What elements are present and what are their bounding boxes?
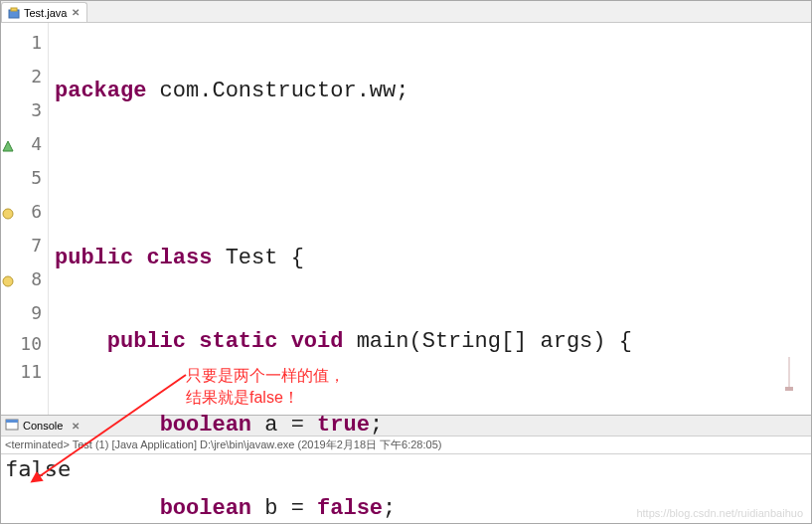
watermark: https://blog.csdn.net/ruidianbaihuo	[636, 507, 803, 519]
code-editor[interactable]: 1 2 3 4 5 6 7 8 9 10 11 package com.Cons…	[1, 23, 811, 415]
warning-marker-icon	[1, 271, 15, 285]
tab-label: Test.java	[24, 7, 67, 19]
svg-point-4	[3, 276, 13, 286]
svg-rect-1	[11, 8, 17, 11]
line-number: 5	[1, 160, 48, 194]
code-line: public class Test {	[55, 242, 811, 275]
line-number: 11	[1, 357, 48, 385]
java-file-icon	[8, 7, 20, 19]
code-line: boolean a = true;	[55, 409, 811, 442]
fold-region-decorator-icon	[785, 357, 793, 391]
line-number: 3	[1, 92, 48, 126]
line-number: 9	[1, 295, 48, 329]
override-marker-icon	[1, 136, 15, 150]
line-number: 8	[1, 262, 48, 295]
line-number-gutter: 1 2 3 4 5 6 7 8 9 10 11	[1, 23, 49, 415]
console-icon	[5, 418, 19, 434]
line-number: 6	[1, 194, 48, 228]
tab-test-java[interactable]: Test.java ✕	[1, 2, 87, 22]
warning-marker-icon	[1, 204, 15, 218]
annotation-text: 只要是两个一样的值， 结果就是false！	[186, 365, 345, 409]
line-number: 7	[1, 228, 48, 262]
line-number: 10	[1, 329, 48, 357]
svg-point-3	[3, 209, 13, 219]
line-number: 2	[1, 59, 48, 92]
annotation-line: 只要是两个一样的值，	[186, 365, 345, 387]
code-line: package com.Constructor.ww;	[55, 75, 811, 108]
svg-marker-2	[3, 141, 13, 151]
svg-rect-10	[6, 420, 18, 423]
code-line: public static void main(String[] args) {	[55, 325, 811, 359]
code-line	[55, 158, 811, 192]
annotation-line: 结果就是false！	[186, 387, 345, 409]
line-number: 4	[1, 126, 48, 160]
editor-tab-bar: Test.java ✕	[1, 1, 811, 23]
code-area[interactable]: package com.Constructor.ww; public class…	[49, 23, 811, 415]
line-number: 1	[1, 25, 48, 59]
svg-rect-6	[785, 387, 793, 391]
close-icon[interactable]: ✕	[71, 8, 81, 18]
